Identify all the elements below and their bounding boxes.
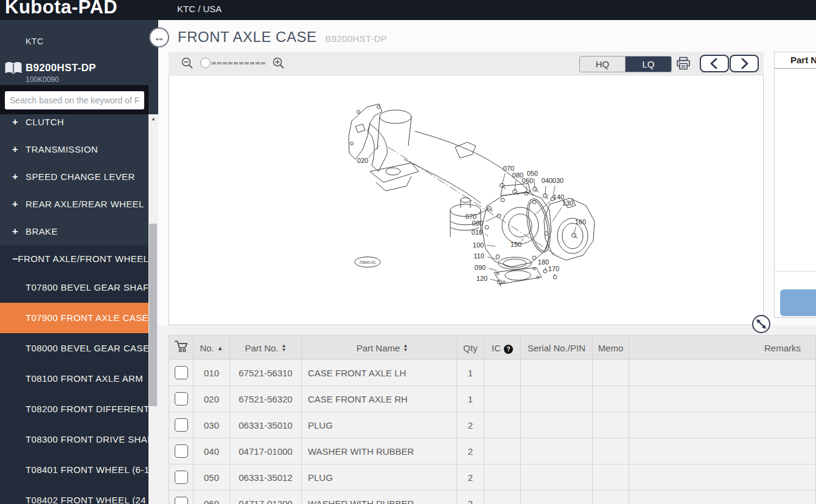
- row-checkbox[interactable]: [175, 392, 188, 406]
- breadcrumb[interactable]: KTC / USA: [177, 4, 221, 14]
- part-ref-label[interactable]: 150: [511, 241, 521, 248]
- selected-parts-panel: Part No.: [774, 52, 816, 318]
- part-ref-label[interactable]: 090: [475, 264, 486, 271]
- quality-toggle: HQ LQ: [579, 56, 672, 72]
- diagonal-resize-icon: [753, 316, 769, 332]
- sidebar-catalog-label[interactable]: KTC: [26, 36, 44, 46]
- part-ref-label[interactable]: 040: [542, 177, 553, 184]
- sidebar-group[interactable]: + TRANSMISSION: [0, 136, 148, 163]
- expand-toggle-icon[interactable]: +: [12, 199, 26, 210]
- part-ref-label[interactable]: 100: [473, 241, 484, 249]
- parts-table-wrap: No.▲ Part No.▲▼ Part Name▲▼ Qty IC? Seri…: [169, 335, 816, 504]
- panel-divider: [775, 271, 816, 272]
- table-row: 06004717-01200WASHER WITH RUBBER2: [169, 491, 816, 504]
- search-input[interactable]: [5, 91, 144, 109]
- part-ref-label[interactable]: 020: [357, 157, 368, 164]
- diagram-stamp-text: 70640-01: [359, 260, 376, 264]
- cart-icon[interactable]: [173, 340, 189, 353]
- sidebar-item[interactable]: T07900 FRONT AXLE CASE: [0, 303, 148, 333]
- next-page-button[interactable]: [730, 55, 759, 72]
- zoom-slider-handle[interactable]: [200, 58, 211, 68]
- row-checkbox[interactable]: [175, 444, 188, 458]
- horizontal-arrows-icon: ↔: [153, 31, 165, 44]
- sidebar-model-name[interactable]: B9200HST-DP: [26, 62, 96, 74]
- table-row: 02067521-56320CASE FRONT AXLE RH1: [169, 386, 816, 412]
- col-qty: Qty: [457, 336, 484, 360]
- chevron-right-icon: [731, 56, 758, 71]
- row-checkbox[interactable]: [175, 366, 188, 379]
- page-subtitle: B9200HST-DP: [325, 33, 387, 44]
- sidebar-collapse-button[interactable]: ↔: [149, 27, 169, 47]
- expand-toggle-icon[interactable]: −: [12, 254, 18, 264]
- sidebar-item[interactable]: T08300 FRONT DRIVE SHAFT: [0, 424, 148, 455]
- expand-toggle-icon[interactable]: +: [12, 117, 26, 128]
- part-ref-label[interactable]: 130: [562, 199, 573, 207]
- expand-toggle-icon[interactable]: +: [12, 144, 26, 155]
- sidebar-group[interactable]: + BRAKE: [0, 218, 148, 245]
- table-row: 04004717-01000WASHER WITH RUBBER2: [169, 438, 816, 464]
- row-checkbox[interactable]: [175, 497, 188, 504]
- table-row: 01067521-56310CASE FRONT AXLE LH1: [169, 360, 816, 386]
- part-ref-label[interactable]: 060: [522, 177, 533, 184]
- sidebar-scrollbar[interactable]: ▲: [148, 114, 158, 504]
- app-logo: Kubota-PAD: [5, 0, 117, 18]
- sidebar-item[interactable]: T08402 FRONT WHEEL (24 X 8: [0, 485, 148, 504]
- part-ref-label[interactable]: 180: [538, 258, 549, 266]
- sort-asc-icon[interactable]: ▲: [217, 345, 223, 351]
- page-header: FRONT AXLE CASE B9200HST-DP: [178, 29, 387, 46]
- panel-action-button[interactable]: [780, 289, 816, 316]
- scrollbar-thumb[interactable]: [149, 224, 157, 406]
- hq-button[interactable]: HQ: [580, 57, 626, 72]
- zoom-slider[interactable]: [201, 62, 266, 64]
- col-part-no[interactable]: Part No.▲▼: [230, 336, 302, 360]
- zoom-out-icon[interactable]: [181, 57, 194, 70]
- sidebar-item[interactable]: T08100 FRONT AXLE ARM: [0, 364, 148, 394]
- lq-button[interactable]: LQ: [626, 57, 671, 72]
- axle-diagram: 70640-01 0200700800500600400301401301600…: [169, 75, 763, 325]
- diagram-panel[interactable]: 70640-01 0200700800500600400301401301600…: [169, 75, 764, 325]
- sidebar-item[interactable]: T07800 BEVEL GEAR SHAFT: [0, 272, 148, 303]
- diagram-toolbar: HQ LQ: [169, 52, 764, 75]
- part-ref-label[interactable]: 080: [472, 219, 483, 227]
- part-ref-label[interactable]: 160: [575, 218, 586, 226]
- table-row: 05006331-35012PLUG2: [169, 464, 816, 491]
- part-ref-label[interactable]: 050: [527, 170, 538, 177]
- col-no[interactable]: No.▲: [194, 336, 230, 360]
- sidebar-item[interactable]: T08200 FRONT DIFFERENTIAL: [0, 394, 148, 424]
- ic-help-icon[interactable]: ?: [504, 345, 513, 354]
- sidebar: KTC B9200HST-DP 100K0090 + CLUTCH + TRAN…: [0, 20, 158, 504]
- sidebar-group[interactable]: + REAR AXLE/REAR WHEEL: [0, 190, 148, 218]
- sort-both-icon[interactable]: ▲▼: [282, 343, 287, 352]
- part-ref-label[interactable]: 110: [473, 252, 484, 260]
- book-icon: [5, 61, 22, 75]
- col-memo: Memo: [593, 336, 629, 360]
- expand-toggle-icon[interactable]: +: [12, 226, 26, 237]
- part-ref-label[interactable]: 010: [472, 229, 483, 236]
- zoom-in-icon[interactable]: [272, 57, 285, 70]
- print-icon[interactable]: [675, 55, 691, 72]
- part-ref-label[interactable]: 120: [476, 275, 487, 282]
- sidebar-item[interactable]: T08401 FRONT WHEEL (6-12): [0, 455, 148, 485]
- sidebar-search-strip: [0, 85, 148, 114]
- top-bar: Kubota-PAD KTC / USA: [0, 0, 816, 20]
- scroll-up-icon[interactable]: ▲: [148, 114, 158, 124]
- sort-both-icon[interactable]: ▲▼: [403, 343, 408, 352]
- col-ic: IC?: [484, 336, 521, 360]
- previous-page-button[interactable]: [700, 55, 729, 72]
- parts-tree: + CLUTCH + TRANSMISSION + SPEED CHANGE L…: [0, 108, 148, 504]
- page-title: FRONT AXLE CASE: [178, 29, 316, 46]
- row-checkbox[interactable]: [175, 418, 188, 432]
- row-checkbox[interactable]: [175, 471, 188, 484]
- sidebar-group[interactable]: + SPEED CHANGE LEVER: [0, 163, 148, 190]
- expand-toggle-icon[interactable]: +: [12, 171, 26, 182]
- parts-table: No.▲ Part No.▲▼ Part Name▲▼ Qty IC? Seri…: [169, 335, 816, 504]
- part-ref-label[interactable]: 170: [548, 265, 559, 272]
- diagram-part-labels: 0200700800500600400301401301600700800101…: [357, 145, 586, 282]
- table-header-row: No.▲ Part No.▲▼ Part Name▲▼ Qty IC? Seri…: [169, 336, 816, 360]
- part-ref-label[interactable]: 030: [553, 177, 563, 184]
- diagram-expand-button[interactable]: [752, 315, 770, 333]
- kubota-pad-app: Kubota-PAD KTC / USA KTC B9200HST-DP 100…: [0, 0, 816, 504]
- sidebar-item[interactable]: T08000 BEVEL GEAR CASE: [0, 333, 148, 364]
- col-part-name[interactable]: Part Name▲▼: [302, 336, 457, 360]
- sidebar-group[interactable]: − FRONT AXLE/FRONT WHEEL: [0, 245, 148, 272]
